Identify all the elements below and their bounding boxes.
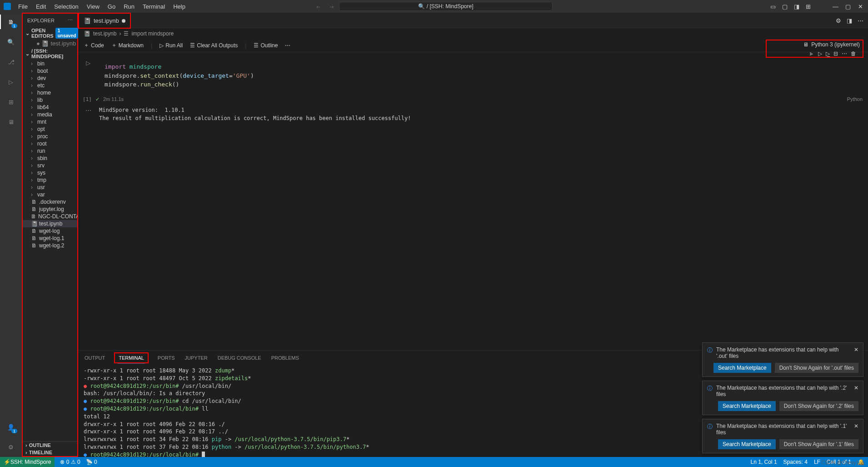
status-errors[interactable]: ⊗ 0 ⚠ 0 (60, 459, 80, 465)
menu-help[interactable]: Help (170, 1, 189, 12)
tab-terminal[interactable]: TERMINAL (118, 352, 145, 364)
tab-output[interactable]: OUTPUT (84, 352, 106, 363)
file-wgetlog1[interactable]: 🗎wget-log.1 (23, 235, 77, 242)
folder-boot[interactable]: ›boot (23, 67, 77, 75)
status-lf[interactable]: LF (814, 459, 820, 465)
minimize-icon[interactable]: — (833, 3, 839, 10)
search-marketplace-button[interactable]: Search Marketplace (718, 401, 776, 411)
run-tab-icon[interactable]: ⚙ (836, 17, 841, 24)
folder-root[interactable]: ⌄/ [SSH: MINDSPORE] (23, 47, 77, 60)
file-wgetlog[interactable]: 🗎wget-log (23, 227, 77, 235)
tab-more-icon[interactable]: ⋯ (858, 17, 863, 24)
dont-show-button[interactable]: Don't Show Again for '.1' files (779, 439, 858, 449)
explorer-title: EXPLORER (27, 18, 55, 23)
outline-section[interactable]: ›OUTLINE (23, 442, 77, 449)
code-cell[interactable]: ▷ import mindspore mindspore.set_context… (78, 57, 868, 95)
accounts-icon[interactable]: 👤1 (5, 422, 16, 432)
folder-home[interactable]: ›home (23, 89, 77, 96)
toolbar-more-icon[interactable]: ⋯ (285, 42, 290, 49)
split-tab-icon[interactable]: ◨ (847, 17, 852, 24)
dont-show-button[interactable]: Don't Show Again for '.2' files (779, 401, 858, 411)
file-dockerenv[interactable]: 🗎.dockerenv (23, 198, 77, 206)
timeline-section[interactable]: ›TIMELINE (23, 449, 77, 456)
breadcrumb[interactable]: 📓 test.ipynb › ☰ import mindspore (78, 29, 868, 39)
menu-go[interactable]: Go (104, 1, 119, 12)
folder-srv[interactable]: ›srv (23, 162, 77, 169)
folder-dev[interactable]: ›dev (23, 75, 77, 82)
tab-jupyter[interactable]: JUPYTER (184, 352, 209, 363)
close-icon[interactable]: ✕ (858, 3, 864, 10)
layout-icon[interactable]: ▭ (770, 3, 776, 10)
add-code-button[interactable]: ＋ Code (84, 41, 104, 49)
customize-icon[interactable]: ⊞ (806, 3, 811, 10)
search-marketplace-button[interactable]: Search Marketplace (713, 363, 771, 373)
close-icon[interactable]: ✕ (854, 423, 858, 429)
add-markdown-button[interactable]: ＋ Markdown (111, 41, 144, 49)
notebook-body: ▷ import mindspore mindspore.set_context… (78, 52, 868, 350)
notif-message: The Marketplace has extensions that can … (716, 346, 850, 359)
nav-back-icon[interactable]: ← (315, 3, 321, 10)
menu-terminal[interactable]: Terminal (139, 1, 169, 12)
outline-button[interactable]: ☰ Outline (254, 42, 278, 49)
folder-bin[interactable]: ›bin (23, 60, 77, 67)
tab-problems[interactable]: PROBLEMS (270, 352, 300, 363)
remote-explorer-icon[interactable]: 🖥 (5, 116, 16, 127)
folder-proc[interactable]: ›proc (23, 133, 77, 140)
status-lncol[interactable]: Ln 1, Col 1 (751, 459, 777, 465)
folder-root[interactable]: ›root (23, 140, 77, 147)
maximize-icon[interactable]: ▢ (845, 3, 852, 10)
folder-lib64[interactable]: ›lib64 (23, 104, 77, 111)
dont-show-button[interactable]: Don't Show Again for '.out' files (775, 363, 858, 373)
sidebar-icon[interactable]: ◨ (794, 3, 799, 10)
run-debug-icon[interactable]: ▷ (5, 76, 16, 87)
file-jupyterlog[interactable]: 🗎jupyter.log (23, 206, 77, 213)
extensions-icon[interactable]: ⊞ (5, 96, 16, 107)
search-icon[interactable]: 🔍 (5, 36, 16, 47)
code-editor[interactable]: import mindspore mindspore.set_context(d… (99, 59, 863, 93)
file-testipynb[interactable]: 📓test.ipynb (23, 220, 77, 227)
folder-lib[interactable]: ›lib (23, 96, 77, 104)
menu-edit[interactable]: Edit (32, 1, 50, 12)
cell-language[interactable]: Python (847, 96, 863, 102)
remote-indicator[interactable]: ⚡ SSH: MindSpore (0, 457, 55, 467)
close-icon[interactable]: ✕ (854, 346, 858, 353)
root-label: / [SSH: MINDSPORE] (31, 48, 75, 59)
folder-mnt[interactable]: ›mnt (23, 118, 77, 126)
folder-opt[interactable]: ›opt (23, 126, 77, 133)
tab-testipynb[interactable]: 📓 test.ipynb (78, 13, 131, 29)
folder-run[interactable]: ›run (23, 147, 77, 155)
menu-view[interactable]: View (83, 1, 103, 12)
explorer-icon[interactable]: 🗎1 (5, 16, 16, 27)
status-ports[interactable]: 📡 0 (86, 459, 97, 465)
menu-run[interactable]: Run (120, 1, 138, 12)
open-editor-file[interactable]: ● 📓 test.ipynb (23, 40, 77, 47)
nav-forward-icon[interactable]: → (329, 3, 334, 10)
search-marketplace-button[interactable]: Search Marketplace (718, 439, 776, 449)
open-editors-section[interactable]: ⌄OPEN EDITORS 1 unsaved (23, 27, 77, 40)
folder-usr[interactable]: ›usr (23, 184, 77, 191)
folder-tmp[interactable]: ›tmp (23, 176, 77, 184)
folder-etc[interactable]: ›etc (23, 82, 77, 89)
settings-icon[interactable]: ⚙ (5, 442, 16, 452)
folder-media[interactable]: ›media (23, 111, 77, 118)
run-all-button[interactable]: ▷ Run All (160, 42, 183, 49)
close-icon[interactable]: ✕ (854, 385, 858, 391)
menu-file[interactable]: File (15, 1, 31, 12)
tab-debug-console[interactable]: DEBUG CONSOLE (217, 352, 262, 363)
explorer-more-icon[interactable]: ⋯ (68, 17, 73, 23)
clear-outputs-button[interactable]: ☰ Clear All Outputs (190, 42, 238, 49)
tab-ports[interactable]: PORTS (157, 352, 176, 363)
file-ngc[interactable]: 🗎NGC-DL-CONTAINER... (23, 213, 77, 220)
run-cell-icon[interactable]: ▷ (86, 60, 90, 93)
file-wgetlog2[interactable]: 🗎wget-log.2 (23, 242, 77, 249)
status-spaces[interactable]: Spaces: 4 (783, 459, 808, 465)
source-control-icon[interactable]: ⎇ (5, 56, 16, 67)
command-center[interactable]: 🔍 / [SSH: MindSpore] (339, 2, 553, 11)
panel-icon[interactable]: ▢ (782, 3, 788, 10)
titlebar: File Edit Selection View Go Run Terminal… (0, 0, 868, 13)
folder-sbin[interactable]: ›sbin (23, 155, 77, 162)
folder-sys[interactable]: ›sys (23, 169, 77, 176)
info-icon: ⓘ (707, 346, 713, 354)
menu-selection[interactable]: Selection (50, 1, 82, 12)
folder-var[interactable]: ›var (23, 191, 77, 198)
